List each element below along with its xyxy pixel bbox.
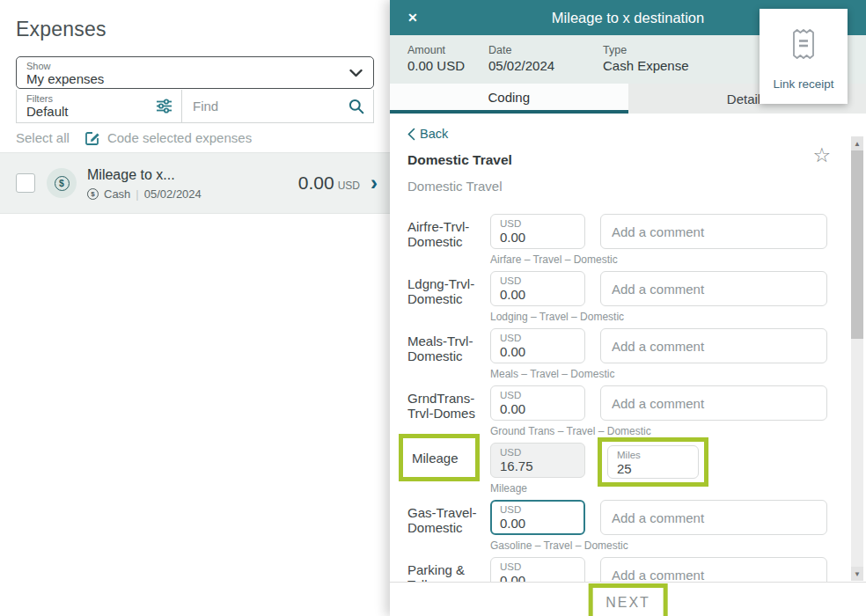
page-title: Expenses xyxy=(16,18,390,41)
dollar-circle-icon: $ xyxy=(55,176,70,191)
field-label: Ldgng-Trvl-Domestic xyxy=(407,271,490,323)
coding-row-ground-trans: GrndTrans-Trvl-Domes USD 0.00 Ground Tra… xyxy=(407,385,827,434)
link-receipt-button[interactable]: Link receipt xyxy=(760,9,848,104)
drawer-title: Mileage to x destination xyxy=(552,10,704,26)
filter-find-row: Filters Default xyxy=(16,90,374,123)
coding-row-meals: Meals-Trvl-Domestic USD 0.00 Meals – Tra… xyxy=(407,328,827,377)
next-button-highlight: NEXT xyxy=(588,583,668,616)
filters-value: Default xyxy=(26,104,155,119)
cash-type-icon: $ xyxy=(87,188,99,200)
amount-input[interactable]: USD 0.00 xyxy=(490,385,585,421)
drawer-footer: NEXT xyxy=(390,582,866,616)
close-icon[interactable]: ✕ xyxy=(407,0,418,35)
filters-label: Filters xyxy=(26,93,155,104)
miles-input[interactable]: Miles 25 xyxy=(607,445,699,479)
scrollbar-up-arrow[interactable]: ▲ xyxy=(851,136,863,150)
amount-input[interactable]: USD 0.00 xyxy=(490,328,585,363)
expense-text: Mileage to x... $ Cash | 05/02/2024 xyxy=(87,166,298,201)
comment-input[interactable] xyxy=(600,385,827,421)
expense-subtitle: $ Cash | 05/02/2024 xyxy=(87,187,298,201)
expense-list-item[interactable]: $ Mileage to x... $ Cash | 05/02/2024 0.… xyxy=(0,152,390,214)
category-title: Domestic Travel xyxy=(407,152,827,170)
expense-date: 05/02/2024 xyxy=(144,187,202,201)
find-input[interactable] xyxy=(182,90,373,122)
field-caption: Gasoline – Travel – Domestic xyxy=(490,539,600,552)
receipt-icon xyxy=(789,26,818,62)
field-label: Meals-Trvl-Domestic xyxy=(407,328,490,380)
coding-row-mileage: Mileage USD 16.75 Mileage Miles 25 xyxy=(407,443,827,491)
link-receipt-label: Link receipt xyxy=(773,77,833,91)
field-label: Mileage xyxy=(412,451,459,466)
amount-input[interactable]: USD 0.00 xyxy=(490,271,585,306)
comment-input[interactable] xyxy=(600,500,827,535)
back-button[interactable]: Back xyxy=(407,126,460,142)
expense-amount-value: 0.00 xyxy=(298,172,334,193)
field-caption: Meals – Travel – Domestic xyxy=(490,368,600,380)
amount-input-readonly: USD 16.75 xyxy=(490,443,585,478)
expense-title: Mileage to x... xyxy=(87,166,298,184)
show-dropdown-value: My expenses xyxy=(26,71,341,86)
chevron-right-icon[interactable]: › xyxy=(371,174,378,192)
summary-amount: Amount 0.00 USD xyxy=(407,43,488,84)
app-window: Expenses Show My expenses Filters Defaul… xyxy=(0,0,866,616)
field-caption: Airfare – Travel – Domestic xyxy=(490,253,600,266)
mileage-label-highlight: Mileage xyxy=(399,434,480,481)
filter-sliders-icon xyxy=(156,99,172,114)
scrollbar[interactable]: ▲ ▼ xyxy=(851,136,863,581)
coding-panel: Back Domestic Travel Domestic Travel Air… xyxy=(390,114,866,616)
find-cell xyxy=(182,90,373,122)
field-label: Gas-Travel-Domestic xyxy=(407,500,490,552)
coding-row-gas: Gas-Travel-Domestic USD 0.00 Gasoline – … xyxy=(407,500,827,548)
code-selected-link[interactable]: Code selected expenses xyxy=(107,130,252,145)
field-label: GrndTrans-Trvl-Domes xyxy=(407,385,490,437)
coding-row-lodging: Ldgng-Trvl-Domestic USD 0.00 Lodging – T… xyxy=(407,271,827,319)
comment-input[interactable] xyxy=(600,328,827,363)
scrollbar-thumb[interactable] xyxy=(851,150,863,339)
show-dropdown[interactable]: Show My expenses xyxy=(16,56,374,89)
search-icon[interactable] xyxy=(349,99,364,114)
expense-amount: 0.00USD xyxy=(298,172,360,194)
comment-input[interactable] xyxy=(600,214,827,249)
select-all-link[interactable]: Select all xyxy=(16,130,70,145)
tab-coding[interactable]: Coding xyxy=(390,84,628,114)
expense-checkbox[interactable] xyxy=(16,173,35,193)
filters-dropdown[interactable]: Filters Default xyxy=(17,90,182,122)
summary-type: Type Cash Expense xyxy=(603,43,689,84)
coding-row-airfare: Airfre-Trvl-Domestic USD 0.00 Airfare – … xyxy=(407,214,827,262)
amount-input[interactable]: USD 0.00 xyxy=(490,214,585,249)
cash-expense-icon: $ xyxy=(47,168,77,198)
field-caption: Lodging – Travel – Domestic xyxy=(490,311,600,323)
expense-amount-currency: USD xyxy=(338,180,360,192)
summary-date: Date 05/02/2024 xyxy=(488,43,603,84)
back-label: Back xyxy=(420,127,448,141)
expenses-panel: Expenses Show My expenses Filters Defaul… xyxy=(0,0,390,616)
chevron-down-icon xyxy=(349,69,363,77)
amount-input-focused[interactable]: USD 0.00 xyxy=(490,500,585,535)
subtitle-separator: | xyxy=(136,187,138,201)
comment-input[interactable] xyxy=(600,271,827,306)
field-caption: Ground Trans – Travel – Domestic xyxy=(490,425,600,437)
favorite-star-icon[interactable]: ☆ xyxy=(812,145,831,165)
list-actions-row: Select all Code selected expenses xyxy=(16,130,252,145)
field-caption: Mileage xyxy=(490,482,600,495)
scrollbar-down-arrow[interactable]: ▼ xyxy=(851,567,863,581)
next-button[interactable]: NEXT xyxy=(605,595,650,611)
show-dropdown-label: Show xyxy=(26,61,341,71)
miles-input-highlight: Miles 25 xyxy=(598,437,708,487)
edit-icon xyxy=(85,130,100,145)
expense-payment-type: Cash xyxy=(104,187,130,201)
category-subtitle: Domestic Travel xyxy=(407,179,827,196)
field-label: Airfre-Trvl-Domestic xyxy=(407,214,490,266)
